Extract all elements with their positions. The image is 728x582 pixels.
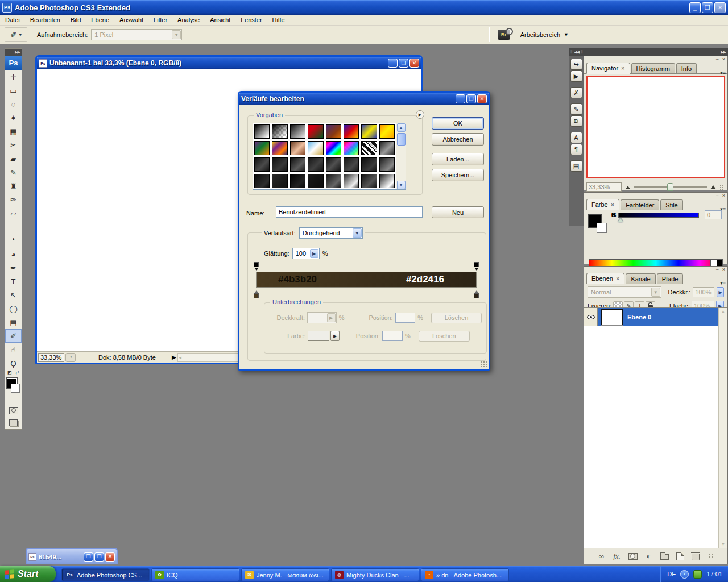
gradient-preset-swatch[interactable] <box>289 156 307 173</box>
quick-mask-button[interactable] <box>5 404 22 417</box>
close-button[interactable]: ✕ <box>714 2 726 13</box>
save-button[interactable]: Speichern... <box>432 169 484 181</box>
panel-icon-button[interactable]: ▶ <box>570 70 582 82</box>
zoom-slider[interactable] <box>634 183 707 191</box>
stop-color-swatch[interactable] <box>308 331 329 341</box>
navigator-preview[interactable] <box>586 76 725 178</box>
layer-action-icon[interactable]: fx. <box>613 552 621 560</box>
tool-button[interactable]: ✎ <box>5 165 22 179</box>
gradient-preset-swatch[interactable] <box>289 123 307 140</box>
close-button[interactable]: ✕ <box>105 552 115 562</box>
panel-tab[interactable]: Stile× <box>660 199 682 210</box>
minimize-panel-icon[interactable]: − <box>715 57 718 62</box>
close-tab-icon[interactable]: × <box>611 201 614 208</box>
minimize-button[interactable]: _ <box>689 2 701 13</box>
tool-button[interactable]: ◌ <box>5 97 22 111</box>
color-stop-right[interactable] <box>473 289 479 297</box>
opacity-position-input[interactable] <box>395 313 416 323</box>
navigator-zoom-field[interactable]: 33,33% <box>586 182 622 192</box>
menu-item[interactable]: Hilfe <box>267 15 290 24</box>
gradient-preset-swatch[interactable] <box>253 156 271 173</box>
gradient-preset-swatch[interactable] <box>271 156 288 173</box>
screen-mode-button[interactable] <box>5 417 22 429</box>
tool-button[interactable]: ◕ <box>5 247 22 261</box>
background-color-swatch[interactable] <box>597 223 607 233</box>
close-button[interactable]: ✕ <box>410 59 419 68</box>
tool-preset-picker[interactable]: ✐ ▾ <box>5 27 27 42</box>
tool-button[interactable]: ♜ <box>5 179 22 193</box>
smoothness-input[interactable]: 100 ▶ <box>292 248 320 259</box>
menu-item[interactable]: Ansicht <box>205 15 235 24</box>
panel-icon-button[interactable]: A <box>570 132 582 143</box>
tool-button[interactable]: ▱ <box>5 206 22 220</box>
scroll-up-icon[interactable]: ▲ <box>397 123 406 132</box>
tool-button[interactable]: ◯ <box>5 302 22 315</box>
gradient-preset-swatch[interactable] <box>253 140 271 156</box>
tool-button[interactable]: ✑ <box>5 193 22 206</box>
panel-tab[interactable]: Histogramm× <box>631 63 675 73</box>
gradient-preset-swatch[interactable] <box>360 156 378 173</box>
tool-button[interactable]: ✐ <box>5 329 22 343</box>
layer-action-icon[interactable]: ◐ <box>645 552 653 560</box>
gradient-preset-swatch[interactable] <box>289 173 307 189</box>
gradient-preset-swatch[interactable] <box>271 173 288 189</box>
minimized-document-window[interactable]: Ps 61549... ❐ ❐ ✕ <box>26 548 118 564</box>
maximize-button[interactable]: ❐ <box>94 552 104 562</box>
close-panel-icon[interactable]: × <box>722 193 725 198</box>
tool-button[interactable]: ↖ <box>5 288 22 302</box>
color-stop-left[interactable] <box>253 289 259 297</box>
gradient-preset-swatch[interactable] <box>307 173 324 189</box>
panel-tab[interactable]: Farbfelder× <box>621 199 659 210</box>
gradient-preset-swatch[interactable] <box>378 140 396 156</box>
panel-tab[interactable]: Pfade× <box>657 273 684 284</box>
status-menu-arrow-icon[interactable]: ▶ <box>172 354 176 360</box>
maximize-button[interactable]: ❐ <box>399 59 408 68</box>
tool-button[interactable]: ☝ <box>5 343 22 356</box>
cancel-button[interactable]: Abbrechen <box>432 133 484 146</box>
taskbar-button[interactable]: ◔ » dn - Adobe Photosh... <box>421 568 509 581</box>
maximize-button[interactable]: ❐ <box>466 94 476 103</box>
panel-menu-icon[interactable]: ▾≡ <box>720 70 726 76</box>
panel-tab[interactable]: Ebenen× <box>586 273 624 284</box>
minimize-button[interactable]: _ <box>456 94 465 103</box>
layer-action-icon[interactable] <box>660 554 669 560</box>
layer-thumbnail[interactable] <box>601 309 623 325</box>
panel-tab[interactable]: Info× <box>676 63 697 73</box>
gradient-type-select[interactable]: Durchgehend ▼ <box>299 227 363 239</box>
expand-dock-icon[interactable]: ▶▶ <box>721 50 726 55</box>
gradient-preset-swatch[interactable] <box>325 173 342 189</box>
gradient-preset-swatch[interactable] <box>325 156 342 173</box>
layer-row[interactable]: Ebene 0 <box>584 308 718 326</box>
preset-scrollbar[interactable]: ▲ ▼ <box>396 123 406 189</box>
tool-button[interactable]: ▰ <box>5 152 22 165</box>
tray-chevron-icon[interactable]: ‹ <box>680 570 689 579</box>
layer-action-icon[interactable]: ∞ <box>598 552 606 560</box>
tool-button[interactable]: ▤ <box>5 315 22 329</box>
gradient-preset-swatch[interactable] <box>271 140 288 156</box>
gradient-preset-swatch[interactable] <box>325 123 342 140</box>
panel-icon-button[interactable]: ▤ <box>570 160 582 172</box>
taskbar-button[interactable]: ✉ Jenny M. - ωαяυм ωєι... <box>241 568 329 581</box>
menu-item[interactable]: Bearbeiten <box>25 15 65 24</box>
slider-thumb-icon[interactable] <box>618 218 623 222</box>
minimize-button[interactable]: _ <box>388 59 398 68</box>
workspace-menu-button[interactable]: Arbeitsbereich ▼ <box>515 31 574 38</box>
channel-slider[interactable] <box>618 213 699 218</box>
bridge-icon[interactable]: Br <box>498 30 510 40</box>
color-position-input[interactable] <box>382 331 403 341</box>
gradient-preset-swatch[interactable] <box>325 140 342 156</box>
close-panel-icon[interactable]: × <box>722 267 725 272</box>
gradient-preset-swatch[interactable] <box>378 156 396 173</box>
close-button[interactable]: ✕ <box>477 94 487 103</box>
gradient-preset-swatch[interactable] <box>342 173 360 189</box>
zoom-level-field[interactable]: 33,33% <box>38 353 64 362</box>
zoom-slider-thumb[interactable] <box>667 183 673 191</box>
zoom-in-icon[interactable] <box>710 185 716 189</box>
menu-item[interactable]: Auswahl <box>114 15 148 24</box>
background-color-swatch[interactable] <box>11 384 20 393</box>
close-panel-icon[interactable]: × <box>722 57 725 62</box>
gradient-preset-swatch[interactable] <box>378 123 396 140</box>
menu-item[interactable]: Analyse <box>172 15 205 24</box>
visibility-toggle[interactable] <box>584 308 598 326</box>
restore-button[interactable]: ❐ <box>702 2 713 13</box>
